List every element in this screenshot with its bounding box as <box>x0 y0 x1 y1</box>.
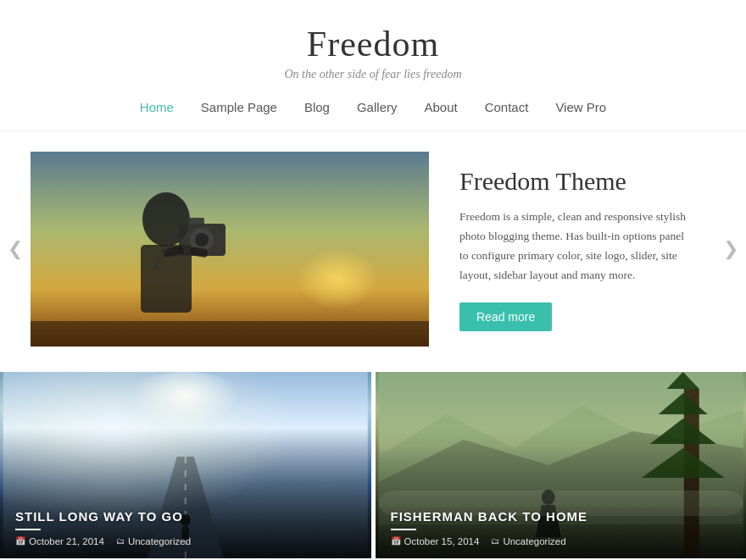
svg-point-13 <box>109 372 262 465</box>
nav-about[interactable]: About <box>424 100 457 114</box>
card-1-date-item: 📅 October 21, 2014 <box>15 536 104 546</box>
blog-card-2[interactable]: FISHERMAN BACK TO HOME 📅 October 15, 201… <box>376 372 747 558</box>
slider-title: Freedom Theme <box>459 167 690 196</box>
slider-section: ❮ <box>0 150 746 348</box>
svg-rect-11 <box>31 321 429 347</box>
nav-sample-page[interactable]: Sample Page <box>201 100 277 114</box>
svg-point-7 <box>195 233 209 247</box>
folder-icon-2: 🗂 <box>491 536 499 546</box>
main-nav: Home Sample Page Blog Gallery About Cont… <box>0 91 746 131</box>
card-2-title: FISHERMAN BACK TO HOME <box>391 509 732 524</box>
slider-description: Freedom is a simple, clean and responsiv… <box>459 208 690 286</box>
card-2-date: October 15, 2014 <box>404 536 480 546</box>
read-more-button[interactable]: Read more <box>459 302 552 331</box>
card-2-category: Uncategorized <box>503 536 565 546</box>
svg-marker-22 <box>666 372 699 389</box>
slider-prev-arrow[interactable]: ❮ <box>0 238 31 260</box>
nav-gallery[interactable]: Gallery <box>357 100 398 114</box>
svg-marker-23 <box>658 393 707 414</box>
site-title: Freedom <box>0 24 746 64</box>
slider-next-arrow[interactable]: ❯ <box>715 238 746 260</box>
nav-blog[interactable]: Blog <box>304 100 330 114</box>
slider-image <box>31 152 429 347</box>
nav-contact[interactable]: Contact <box>485 100 529 114</box>
svg-marker-25 <box>641 448 724 478</box>
blog-card-1[interactable]: STILL LONG WAY TO GO 📅 October 21, 2014 … <box>0 372 371 558</box>
card-2-date-item: 📅 October 15, 2014 <box>391 536 480 546</box>
card-1-divider <box>15 529 41 530</box>
slider-placeholder <box>31 152 429 347</box>
card-2-category-item: 🗂 Uncategorized <box>491 536 565 546</box>
card-1-body: STILL LONG WAY TO GO 📅 October 21, 2014 … <box>0 497 371 558</box>
card-1-date: October 21, 2014 <box>29 536 104 546</box>
card-2-meta: 📅 October 15, 2014 🗂 Uncategorized <box>391 536 732 546</box>
svg-marker-24 <box>649 419 715 444</box>
card-1-meta: 📅 October 21, 2014 🗂 Uncategorized <box>15 536 356 546</box>
svg-marker-19 <box>378 406 743 507</box>
slider-content: Freedom Theme Freedom is a simple, clean… <box>429 150 715 348</box>
card-2-divider <box>391 529 416 530</box>
nav-home[interactable]: Home <box>140 100 174 114</box>
card-1-category: Uncategorized <box>128 536 191 546</box>
card-1-category-item: 🗂 Uncategorized <box>116 536 191 546</box>
card-1-title: STILL LONG WAY TO GO <box>15 509 356 524</box>
svg-point-1 <box>242 218 378 319</box>
calendar-icon: 📅 <box>15 536 25 546</box>
svg-rect-5 <box>187 218 204 228</box>
site-header: Freedom On the other side of fear lies f… <box>0 0 746 91</box>
folder-icon: 🗂 <box>116 536 125 546</box>
card-2-body: FISHERMAN BACK TO HOME 📅 October 15, 201… <box>376 497 747 558</box>
nav-view-pro[interactable]: View Pro <box>555 100 606 114</box>
site-tagline: On the other side of fear lies freedom <box>0 68 746 81</box>
slider-svg <box>31 152 429 347</box>
calendar-icon-2: 📅 <box>391 536 401 546</box>
blog-grid: STILL LONG WAY TO GO 📅 October 21, 2014 … <box>0 372 746 558</box>
